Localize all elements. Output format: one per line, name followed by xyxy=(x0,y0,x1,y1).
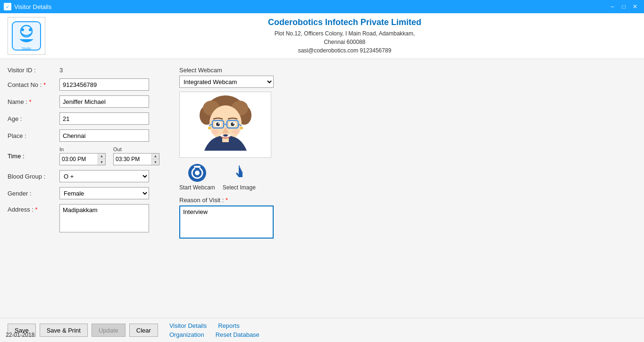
save-print-button[interactable]: Save & Print xyxy=(40,324,88,337)
time-out-down[interactable]: ▼ xyxy=(152,159,159,165)
svg-point-25 xyxy=(232,129,240,134)
time-in-down[interactable]: ▼ xyxy=(98,159,105,165)
svg-text:Studio: Studio xyxy=(22,47,31,50)
maximize-button[interactable]: □ xyxy=(619,2,629,11)
contact-label: Contact No : * xyxy=(8,81,59,88)
update-button[interactable]: Update xyxy=(92,324,125,337)
svg-point-24 xyxy=(211,129,219,134)
camera-preview xyxy=(179,92,271,158)
time-in-wrap: ▲ ▼ xyxy=(59,153,106,165)
main-window: ✓ Visitor Details – □ ✕ Studio Coderobot… xyxy=(0,0,644,342)
minimize-button[interactable]: – xyxy=(607,2,618,11)
company-contact: sasi@coderobotics.com 9123456789 xyxy=(53,46,636,55)
name-label: Name : * xyxy=(8,98,59,105)
svg-point-26 xyxy=(208,127,211,129)
gender-row: Gender : Female Male Other xyxy=(8,187,168,199)
time-in-group: In ▲ ▼ xyxy=(59,146,106,165)
time-label: Time : xyxy=(8,153,59,160)
reason-textarea[interactable]: Interview xyxy=(179,205,274,239)
select-image-icon xyxy=(228,162,251,184)
right-panel: Select Webcam Integrated Webcam External… xyxy=(179,67,636,310)
place-label: Place : xyxy=(8,132,59,139)
organization-link[interactable]: Organization xyxy=(169,331,204,338)
svg-point-3 xyxy=(29,28,32,31)
svg-rect-32 xyxy=(194,166,201,168)
address-textarea[interactable]: Madipakkam xyxy=(59,204,149,232)
visitor-image xyxy=(183,94,268,155)
reason-section: Reason of Visit : * Interview xyxy=(179,197,636,240)
address-label: Address : * xyxy=(8,204,59,213)
select-image-label: Select Image xyxy=(223,184,256,191)
reports-link[interactable]: Reports xyxy=(218,322,240,329)
company-address2: Chennai 600088 xyxy=(53,38,636,46)
svg-point-2 xyxy=(21,28,24,31)
age-label: Age : xyxy=(8,115,59,122)
address-row: Address : * Madipakkam xyxy=(8,204,168,232)
reset-database-link[interactable]: Reset Database xyxy=(216,331,259,338)
time-in-up[interactable]: ▲ xyxy=(98,154,105,159)
webcam-icon xyxy=(186,162,209,184)
camera-controls: Start Webcam Select Image xyxy=(179,162,636,191)
company-info: Coderobotics Infotech Private Limited Pl… xyxy=(53,17,636,55)
svg-point-30 xyxy=(195,171,200,175)
nav-links: Visitor Details Reports Organization Res… xyxy=(169,322,259,338)
title-bar: ✓ Visitor Details – □ ✕ xyxy=(0,0,644,13)
contact-row: Contact No : * xyxy=(8,78,168,91)
age-input[interactable] xyxy=(59,112,149,125)
time-row: Time : In ▲ ▼ Out xyxy=(8,146,168,165)
time-out-input[interactable] xyxy=(114,154,151,165)
clear-button[interactable]: Clear xyxy=(129,324,158,337)
footer: Save Save & Print Update Clear Visitor D… xyxy=(0,318,644,342)
place-input[interactable] xyxy=(59,129,149,142)
svg-point-27 xyxy=(240,127,243,129)
visitor-id-value: 3 xyxy=(59,67,63,74)
close-button[interactable]: ✕ xyxy=(630,2,640,11)
title-bar-controls: – □ ✕ xyxy=(607,2,640,11)
gender-label: Gender : xyxy=(8,190,59,197)
time-in-input[interactable] xyxy=(60,154,98,165)
nav-row-2: Organization Reset Database xyxy=(169,331,259,338)
time-in-spinner: ▲ ▼ xyxy=(98,154,105,165)
age-row: Age : xyxy=(8,112,168,125)
blood-group-row: Blood Group : O + A+ A- B+ B- AB+ AB- xyxy=(8,170,168,182)
webcam-dropdown[interactable]: Integrated Webcam External Camera xyxy=(179,76,274,88)
date-footer: 22-01-2018 xyxy=(6,332,34,338)
title-bar-left: ✓ Visitor Details xyxy=(4,3,51,10)
logo-box: Studio xyxy=(8,17,45,55)
blood-group-select[interactable]: O + A+ A- B+ B- AB+ AB- xyxy=(59,170,149,182)
visitor-id-label: Visitor ID : xyxy=(8,67,59,74)
name-input[interactable] xyxy=(59,95,149,108)
main-content: Visitor ID : 3 Contact No : * Name : * A… xyxy=(0,59,644,318)
company-address1: Plot No.12, Officers Colony, I Main Road… xyxy=(53,29,636,38)
header: Studio Coderobotics Infotech Private Lim… xyxy=(0,13,644,59)
start-webcam-label: Start Webcam xyxy=(179,184,215,191)
reason-label: Reason of Visit : * xyxy=(179,197,636,204)
window-icon: ✓ xyxy=(4,3,11,10)
place-row: Place : xyxy=(8,129,168,142)
nav-row-1: Visitor Details Reports xyxy=(169,322,259,329)
start-webcam-button[interactable]: Start Webcam xyxy=(179,162,215,191)
window-title: Visitor Details xyxy=(14,3,51,10)
blood-group-label: Blood Group : xyxy=(8,173,59,180)
time-out-label: Out xyxy=(113,146,159,152)
time-out-group: Out ▲ ▼ xyxy=(113,146,159,165)
svg-point-20 xyxy=(218,123,219,124)
time-inputs: In ▲ ▼ Out xyxy=(59,146,159,165)
visitor-id-row: Visitor ID : 3 xyxy=(8,67,168,74)
webcam-select-label: Select Webcam xyxy=(179,67,636,74)
time-out-wrap: ▲ ▼ xyxy=(113,153,159,165)
svg-point-23 xyxy=(233,123,234,124)
name-row: Name : * xyxy=(8,95,168,108)
time-out-spinner: ▲ ▼ xyxy=(151,154,159,165)
webcam-section: Select Webcam Integrated Webcam External… xyxy=(179,67,636,88)
company-name: Coderobotics Infotech Private Limited xyxy=(53,17,636,27)
company-logo: Studio xyxy=(10,19,43,52)
gender-select[interactable]: Female Male Other xyxy=(59,187,149,199)
visitor-details-link[interactable]: Visitor Details xyxy=(169,322,207,329)
time-out-up[interactable]: ▲ xyxy=(152,154,159,159)
time-in-label: In xyxy=(59,146,106,152)
left-panel: Visitor ID : 3 Contact No : * Name : * A… xyxy=(8,67,168,310)
select-image-button[interactable]: Select Image xyxy=(223,162,256,191)
contact-input[interactable] xyxy=(59,78,149,91)
